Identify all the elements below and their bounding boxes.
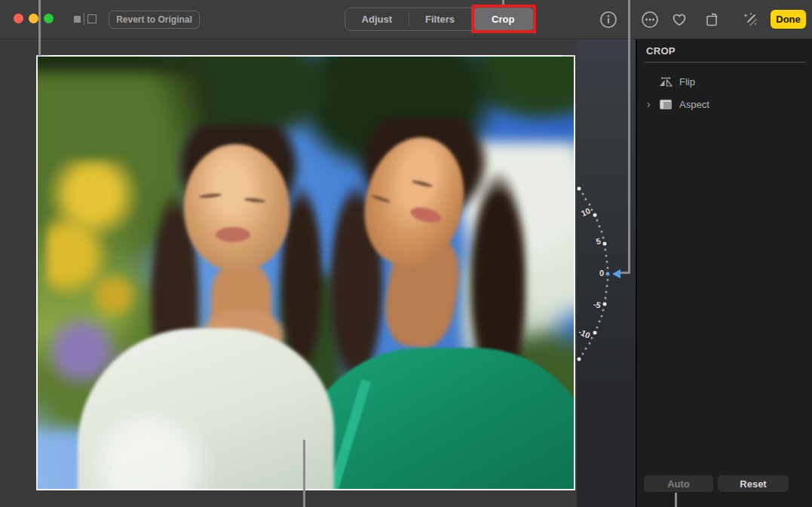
- crop-handle-top-right[interactable]: [562, 55, 575, 69]
- photo-left-woman-lips: [216, 227, 250, 242]
- revert-to-original-button[interactable]: Revert to Original: [109, 11, 200, 29]
- zoom-large-square-icon: [87, 14, 97, 23]
- rotate-crop-icon: [703, 11, 722, 29]
- ellipsis-circle-icon: [641, 11, 659, 29]
- dial-tick-dot: [581, 192, 584, 195]
- crop-handle-bottom-right[interactable]: [562, 477, 575, 490]
- aspect-label: Aspect: [679, 99, 709, 110]
- dial-degree-label: 10: [577, 206, 592, 226]
- fullscreen-button[interactable]: [44, 14, 54, 23]
- dial-tick-dot: [602, 309, 604, 311]
- dial-tick-dot: [588, 343, 590, 345]
- flip-icon: [659, 76, 673, 88]
- toolbar: Revert to Original Adjust Filters Crop: [0, 0, 812, 39]
- dial-tick-dot: [606, 279, 608, 281]
- crop-sidebar: CROP Flip › Aspect Auto Reset: [636, 39, 812, 507]
- dial-zero-dot: [606, 272, 610, 276]
- zoom-divider: [84, 13, 84, 25]
- callout-line-photo-bottom: [303, 440, 305, 507]
- zoom-scale-icon[interactable]: [74, 12, 100, 27]
- dial-tick-dot: [606, 266, 608, 269]
- reset-button[interactable]: Reset: [718, 475, 789, 492]
- magic-wand-icon: [741, 11, 759, 29]
- sidebar-divider: [645, 62, 806, 63]
- rotate-button[interactable]: [702, 9, 723, 30]
- dial-tick-dot: [581, 353, 584, 355]
- dial-tick-dot: [600, 315, 602, 317]
- dial-degree-label: -10: [577, 321, 592, 340]
- callout-line-dial-horizontal: [620, 272, 630, 274]
- dial-tick-dot: [578, 187, 581, 191]
- dial-tick-dot: [585, 348, 587, 350]
- heart-icon: [670, 11, 688, 29]
- dial-tick-dot: [605, 254, 608, 257]
- crop-handle-bottom-left[interactable]: [36, 477, 50, 490]
- dial-tick-dot: [596, 220, 599, 222]
- dial-tick-dot: [606, 285, 608, 287]
- dial-tick-dot: [606, 260, 608, 263]
- callout-highlight-crop-tab: [471, 5, 536, 33]
- dial-tick-dot: [598, 321, 600, 323]
- info-button[interactable]: [598, 9, 619, 30]
- callout-line-auto-button: [675, 493, 677, 507]
- auto-button[interactable]: Auto: [644, 475, 713, 492]
- tab-adjust[interactable]: Adjust: [345, 8, 409, 30]
- sidebar-item-aspect[interactable]: › Aspect: [637, 95, 812, 113]
- favorite-button[interactable]: [669, 9, 690, 30]
- dial-tick-dot: [593, 213, 596, 217]
- dial-tick-dot: [602, 302, 606, 306]
- dial-tick-dot: [591, 337, 593, 340]
- dial-degree-label: -5: [577, 295, 602, 309]
- dial-tick-dot: [602, 242, 606, 246]
- photos-edit-window: Revert to Original Adjust Filters Crop: [0, 0, 812, 507]
- sidebar-item-flip[interactable]: Flip: [637, 72, 812, 91]
- dial-tick-dot: [593, 331, 596, 335]
- flip-label: Flip: [679, 76, 695, 88]
- edit-canvas: [0, 39, 636, 507]
- crop-handle-top-left[interactable]: [36, 55, 50, 69]
- dial-tick-dot: [602, 237, 604, 239]
- chevron-right-icon[interactable]: ›: [647, 99, 657, 109]
- dial-tick-dot: [598, 225, 600, 227]
- callout-line-dial-vertical: [628, 0, 630, 274]
- more-button[interactable]: [639, 9, 660, 30]
- dial-tick-dot: [585, 198, 587, 200]
- close-button[interactable]: [14, 14, 23, 23]
- auto-enhance-button[interactable]: [740, 9, 761, 30]
- done-button[interactable]: Done: [771, 10, 806, 29]
- callout-line-traffic-lights: [38, 0, 41, 56]
- dial-tick-dot: [596, 326, 599, 328]
- dial-degree-label: 5: [577, 236, 602, 250]
- info-icon: [599, 11, 617, 29]
- dial-tick-dot: [605, 248, 607, 250]
- tab-filters[interactable]: Filters: [409, 8, 472, 30]
- dial-tick-dot: [578, 357, 581, 361]
- dial-tick-dot: [600, 231, 602, 233]
- minimize-button[interactable]: [29, 14, 38, 23]
- sidebar-header: CROP: [646, 45, 676, 57]
- dial-tick-dot: [591, 208, 593, 210]
- zoom-small-square-icon: [74, 16, 81, 23]
- aspect-icon: [659, 99, 673, 110]
- dial-tick-dot: [588, 203, 590, 205]
- dial-tick-dot: [605, 297, 607, 300]
- dial-degree-label: 0: [577, 269, 604, 278]
- dial-pointer-icon: [612, 269, 620, 278]
- photo-crop-area[interactable]: [36, 55, 575, 490]
- dial-tick-dot: [605, 291, 608, 293]
